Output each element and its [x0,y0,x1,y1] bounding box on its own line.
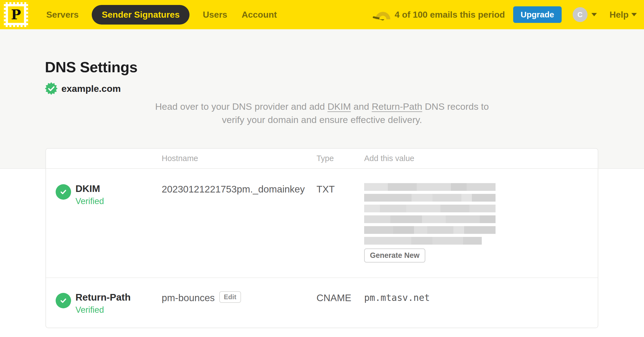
help-label: Help [610,10,629,20]
nav-item-sender-signatures[interactable]: Sender Signatures [92,5,190,25]
chevron-down-icon [591,13,597,16]
status-badge: Verified [75,305,131,315]
redacted-value-block [364,205,496,212]
page-description: Head over to your DNS provider and add D… [150,100,494,126]
postmark-logo-letter: P [8,6,24,23]
type-cell: CNAME [316,292,364,327]
usage-text: 4 of 100 emails this period [395,10,505,20]
hostname-cell: 20230121221753pm._domainkey [162,183,316,277]
record-name: DKIM [75,183,104,194]
redacted-value-block [364,194,496,202]
nav-item-servers[interactable]: Servers [39,10,86,20]
record-name-cell: DKIM Verified [56,183,162,277]
usage-meter: 4 of 100 emails this period [375,10,505,20]
chevron-down-icon [631,13,637,16]
hostname-value: 20230121221753pm._domainkey [162,183,305,195]
table-row-dkim: DKIM Verified 20230121221753pm._domainke… [46,169,598,278]
top-nav-bar: P Servers Sender Signatures Users Accoun… [0,0,644,29]
redacted-value-block [364,226,496,234]
type-cell: TXT [316,183,364,277]
nav-links: Servers Sender Signatures Users Account [39,5,284,25]
record-name-stack: DKIM Verified [75,183,104,277]
dns-records-card: Hostname Type Add this value DKIM Verifi… [45,148,598,328]
account-menu[interactable]: C [573,7,597,22]
table-header-row: Hostname Type Add this value [46,149,598,169]
postmark-logo[interactable]: P [4,2,28,27]
record-name: Return-Path [75,292,131,303]
avatar[interactable]: C [573,7,588,22]
table-header-hostname: Hostname [162,154,316,163]
verified-seal-icon [45,82,58,95]
table-header-type: Type [316,154,364,163]
record-name-cell: Return-Path Verified [56,292,162,327]
redacted-value-block [364,183,496,191]
gauge-icon [375,12,390,19]
hostname-cell: pm-bounces Edit [162,292,316,327]
generate-new-button[interactable]: Generate New [364,248,425,263]
hostname-value: pm-bounces [162,292,215,304]
return-path-link[interactable]: Return-Path [372,101,422,112]
value-cell: Generate New [364,183,598,277]
cname-value: pm.mtasv.net [364,292,430,303]
verified-domain: example.com [45,82,121,95]
upgrade-button[interactable]: Upgrade [513,6,562,23]
description-text: Head over to your DNS provider and add [155,101,328,112]
redacted-value-block [364,215,496,223]
table-header-value: Add this value [364,154,598,163]
record-name-stack: Return-Path Verified [75,292,131,327]
redacted-dkim-value [364,183,496,245]
help-menu[interactable]: Help [610,10,637,20]
verified-check-icon [56,293,71,308]
page-title: DNS Settings [45,58,137,76]
nav-item-users[interactable]: Users [196,10,234,20]
edit-button[interactable]: Edit [219,291,241,303]
status-badge: Verified [75,196,104,206]
redacted-value-block [364,237,482,245]
domain-name: example.com [61,83,121,94]
value-cell: pm.mtasv.net [364,292,598,327]
nav-item-account[interactable]: Account [234,10,284,20]
table-row-return-path: Return-Path Verified pm-bounces Edit CNA… [46,278,598,327]
description-text: and [351,101,372,112]
gauge-pivot [381,17,385,20]
dkim-link[interactable]: DKIM [328,101,351,112]
verified-check-icon [56,184,71,200]
